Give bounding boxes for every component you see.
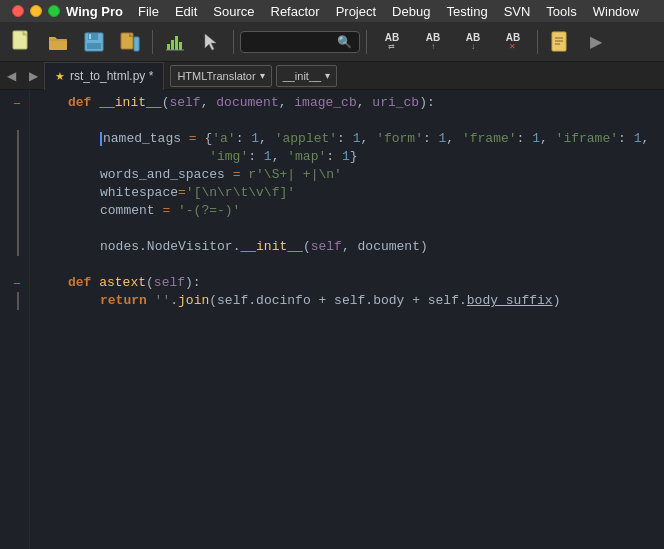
svg-rect-7 [167, 44, 170, 50]
menu-edit[interactable]: Edit [168, 0, 204, 22]
code-line-11: def astext(self): [30, 274, 664, 292]
toolbar-divider-1 [152, 30, 153, 54]
ab-replace-button[interactable]: AB ⇄ [373, 27, 411, 57]
extra-file-button[interactable] [114, 27, 146, 57]
search-input[interactable] [247, 35, 337, 49]
gutter-line-12 [17, 292, 25, 310]
gutter-line-5 [17, 166, 25, 184]
fold-bar-8 [17, 220, 19, 238]
ab-arrow-1: ⇄ [388, 43, 395, 51]
ab-arrow-2: ↑ [431, 43, 435, 51]
cursor-icon [202, 32, 220, 52]
translator-label: HTMLTranslator [177, 70, 255, 82]
keyword-def-2: def [68, 274, 99, 292]
code-line-3: named_tags = {'a': 1, 'applet': 1, 'form… [30, 130, 664, 148]
search-icon[interactable]: 🔍 [337, 35, 352, 49]
menu-testing[interactable]: Testing [439, 0, 494, 22]
fold-bar-9 [17, 238, 19, 256]
left-gutter: − − [0, 90, 30, 549]
fold-bar-3 [17, 130, 19, 148]
new-file-icon [11, 30, 33, 54]
code-line-6: whitespace='[\n\r\t\v\f]' [30, 184, 664, 202]
function-chevron-icon: ▾ [325, 70, 330, 81]
fn-astext: astext [99, 274, 146, 292]
doc-button[interactable] [544, 27, 576, 57]
menu-svn[interactable]: SVN [497, 0, 538, 22]
toolbar-divider-2 [233, 30, 234, 54]
keyword-def-1: def [68, 94, 99, 112]
keyword-return: return [100, 292, 155, 310]
file-tab[interactable]: ★ rst_to_html.py * [44, 62, 164, 90]
gutter-line-7 [17, 202, 25, 220]
fold-bar-5 [17, 166, 19, 184]
fold-icon-astext[interactable]: − [9, 276, 25, 291]
svg-rect-3 [87, 43, 101, 49]
code-line-4: 'img': 1, 'map': 1} [30, 148, 664, 166]
open-file-icon [47, 32, 69, 52]
maximize-button[interactable] [48, 5, 60, 17]
gutter-line-8 [17, 220, 25, 238]
ab-up-button[interactable]: AB ↑ [415, 27, 451, 57]
fold-marker-init[interactable]: − [9, 94, 25, 112]
save-file-button[interactable] [78, 27, 110, 57]
editor-container: − − [0, 90, 664, 549]
gutter-line-6 [17, 184, 25, 202]
svg-rect-8 [171, 40, 174, 50]
menu-window[interactable]: Window [586, 0, 646, 22]
new-file-button[interactable] [6, 27, 38, 57]
svg-rect-10 [179, 42, 182, 50]
translator-chevron-icon: ▾ [260, 70, 265, 81]
gutter-line-9 [17, 238, 25, 256]
tab-bar: ◀ ▶ ★ rst_to_html.py * HTMLTranslator ▾ … [0, 62, 664, 90]
toolbar-divider-4 [537, 30, 538, 54]
function-label: __init__ [283, 70, 322, 82]
code-line-1: def __init__(self, document, image_cb, u… [30, 94, 664, 112]
code-line-10 [30, 256, 664, 274]
menu-debug[interactable]: Debug [385, 0, 437, 22]
toolbar-divider-3 [366, 30, 367, 54]
tab-star-icon: ★ [55, 70, 65, 83]
nav-back-button[interactable]: ◀ [0, 62, 22, 90]
fold-icon-init[interactable]: − [9, 96, 25, 111]
ab-down-button[interactable]: AB ↓ [455, 27, 491, 57]
fn-init: __init__ [99, 94, 161, 112]
nav-forward-button[interactable]: ▶ [22, 62, 44, 90]
code-line-9: nodes.NodeVisitor.__init__(self, documen… [30, 238, 664, 256]
toolbar: 🔍 AB ⇄ AB ↑ AB ↓ AB ✕ [0, 22, 664, 62]
fold-bar-12 [17, 292, 19, 310]
gutter-line-3 [17, 130, 25, 148]
ab-cancel-button[interactable]: AB ✕ [495, 27, 531, 57]
menu-refactor[interactable]: Refactor [264, 0, 327, 22]
doc-icon [550, 31, 570, 53]
open-file-button[interactable] [42, 27, 74, 57]
menu-file[interactable]: File [131, 0, 166, 22]
gutter-line-4 [17, 148, 25, 166]
cursor-indicator [100, 132, 102, 146]
translator-dropdown[interactable]: HTMLTranslator ▾ [170, 65, 271, 87]
code-editor[interactable]: def __init__(self, document, image_cb, u… [30, 90, 664, 549]
traffic-lights [8, 5, 64, 17]
menu-source[interactable]: Source [206, 0, 261, 22]
menu-tools[interactable]: Tools [539, 0, 583, 22]
fold-bar-4 [17, 148, 19, 166]
app-name: Wing Pro [66, 4, 123, 19]
save-file-icon [83, 31, 105, 53]
minimize-button[interactable] [30, 5, 42, 17]
code-line-2 [30, 112, 664, 130]
menu-project[interactable]: Project [329, 0, 383, 22]
fold-marker-astext[interactable]: − [9, 274, 25, 292]
cursor-button[interactable] [195, 27, 227, 57]
search-box[interactable]: 🔍 [240, 31, 360, 53]
fold-bar-7 [17, 202, 19, 220]
tab-filename: rst_to_html.py * [70, 69, 153, 83]
code-line-5: words_and_spaces = r'\S+| +|\n' [30, 166, 664, 184]
function-dropdown[interactable]: __init__ ▾ [276, 65, 338, 87]
more-tools-button[interactable]: ▶ [580, 27, 612, 57]
code-line-8 [30, 220, 664, 238]
svg-rect-9 [175, 36, 178, 50]
close-button[interactable] [12, 5, 24, 17]
ab-arrow-3: ↓ [471, 43, 475, 51]
code-line-7: comment = '-(?=-)' [30, 202, 664, 220]
ab-arrow-4: ✕ [509, 43, 516, 51]
graph-button[interactable] [159, 27, 191, 57]
